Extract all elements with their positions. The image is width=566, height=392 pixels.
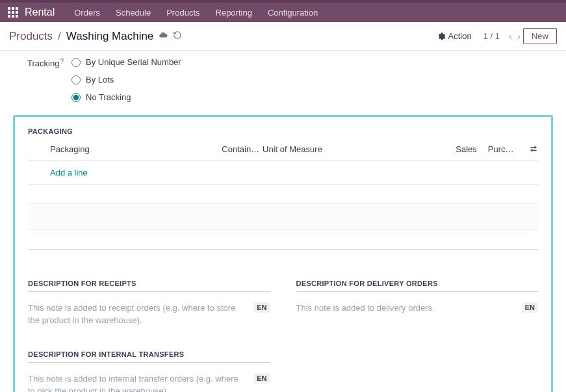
add-a-line-link[interactable]: Add a line <box>28 161 538 184</box>
nav-schedule[interactable]: Schedule <box>108 8 159 18</box>
highlighted-section: PACKAGING Packaging Contain… Unit of Mea… <box>13 115 553 392</box>
delivery-desc-placeholder: This note is added to delivery orders. <box>296 302 515 315</box>
delivery-desc-field[interactable]: This note is added to delivery orders. E… <box>296 302 539 315</box>
breadcrumb-products-link[interactable]: Products <box>9 30 53 43</box>
packaging-table-body: Add a line <box>28 161 538 185</box>
breadcrumb: Products / Washing Machine <box>9 30 153 43</box>
descriptions-right-column: DESCRIPTION FOR DELIVERY ORDERS This not… <box>296 276 539 392</box>
breadcrumb-current: Washing Machine <box>66 30 154 43</box>
tracking-radio-none[interactable] <box>71 93 81 102</box>
col-header-uom[interactable]: Unit of Measure <box>263 144 436 155</box>
breadcrumb-separator: / <box>58 30 61 43</box>
internal-lang-badge[interactable]: EN <box>253 373 270 384</box>
col-header-packaging[interactable]: Packaging <box>28 144 222 155</box>
descriptions-left-column: DESCRIPTION FOR RECEIPTS This note is ad… <box>28 276 270 392</box>
app-brand[interactable]: Rental <box>25 7 55 18</box>
tracking-radio-none-label: No Tracking <box>86 92 131 102</box>
delivery-desc-title: DESCRIPTION FOR DELIVERY ORDERS <box>296 280 539 287</box>
packaging-empty-row <box>28 185 538 204</box>
svg-point-1 <box>531 150 532 151</box>
action-label: Action <box>448 31 472 41</box>
action-dropdown[interactable]: Action <box>437 31 472 41</box>
col-header-sales[interactable]: Sales <box>436 144 477 155</box>
tracking-radio-lots-label: By Lots <box>86 75 114 85</box>
pager-prev-icon[interactable]: ‹ <box>506 31 515 42</box>
packaging-section-title: PACKAGING <box>28 127 538 135</box>
nav-orders[interactable]: Orders <box>66 8 108 18</box>
apps-menu-icon[interactable] <box>8 7 18 18</box>
receipts-desc-title: DESCRIPTION FOR RECEIPTS <box>28 280 270 287</box>
col-header-optional-cols[interactable] <box>518 144 538 155</box>
nav-products[interactable]: Products <box>159 8 207 18</box>
help-tooltip-icon[interactable]: ? <box>60 58 64 65</box>
tracking-field: Tracking? By Unique Serial Number By Lot… <box>13 57 553 102</box>
form-view: Tracking? By Unique Serial Number By Lot… <box>0 51 566 392</box>
col-header-contained[interactable]: Contain… <box>222 144 263 155</box>
col-header-purchase[interactable]: Purc… <box>477 144 518 155</box>
tracking-radio-lots[interactable] <box>71 75 81 85</box>
packaging-table: Packaging Contain… Unit of Measure Sales… <box>28 139 538 250</box>
packaging-footer-row <box>28 207 538 230</box>
internal-desc-field[interactable]: This note is added to internal transfer … <box>28 373 270 392</box>
svg-point-0 <box>534 147 535 148</box>
receipts-lang-badge[interactable]: EN <box>253 302 270 313</box>
tracking-label: Tracking? <box>27 57 71 68</box>
new-button[interactable]: New <box>523 28 557 44</box>
pager-counter[interactable]: 1 / 1 <box>483 31 500 41</box>
internal-desc-placeholder: This note is added to internal transfer … <box>28 373 247 392</box>
delivery-lang-badge[interactable]: EN <box>522 302 538 313</box>
sliders-icon[interactable] <box>529 145 538 155</box>
packaging-table-header: Packaging Contain… Unit of Measure Sales… <box>28 139 538 161</box>
top-navbar: Rental Orders Schedule Products Reportin… <box>0 0 566 22</box>
discard-undo-icon[interactable] <box>173 31 182 42</box>
pager-next-icon[interactable]: › <box>515 31 523 42</box>
nav-reporting[interactable]: Reporting <box>208 8 260 18</box>
tracking-radio-group: By Unique Serial Number By Lots No Track… <box>71 57 181 102</box>
nav-configuration[interactable]: Configuration <box>260 8 326 18</box>
packaging-bottom-rule <box>28 230 538 250</box>
tracking-option-lots[interactable]: By Lots <box>71 75 181 85</box>
internal-desc-title: DESCRIPTION FOR INTERNAL TRANSFERS <box>28 350 270 358</box>
tracking-radio-serial[interactable] <box>71 58 81 67</box>
receipts-desc-placeholder: This note is added to receipt orders (e.… <box>28 302 247 327</box>
save-cloud-icon[interactable] <box>159 31 168 42</box>
tracking-option-serial[interactable]: By Unique Serial Number <box>71 57 181 67</box>
control-bar: Products / Washing Machine Action 1 / 1 … <box>0 22 566 51</box>
gear-icon <box>437 32 446 41</box>
receipts-desc-field[interactable]: This note is added to receipt orders (e.… <box>28 302 270 327</box>
tracking-radio-serial-label: By Unique Serial Number <box>86 57 181 67</box>
tracking-option-none[interactable]: No Tracking <box>71 92 181 102</box>
descriptions-grid: DESCRIPTION FOR RECEIPTS This note is ad… <box>28 276 538 392</box>
